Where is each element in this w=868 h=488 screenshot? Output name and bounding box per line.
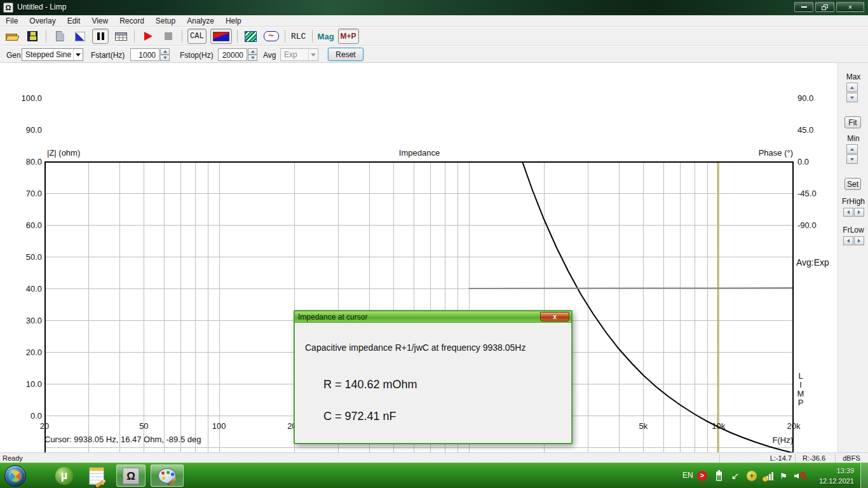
min-down-button[interactable]: [846, 154, 858, 164]
tray-app-icon[interactable]: >: [696, 470, 708, 482]
axis-tick-label: -90.0: [797, 220, 829, 230]
restore-button[interactable]: [815, 2, 834, 12]
menu-item-help[interactable]: Help: [220, 16, 247, 26]
right-axis-title: Phase (°): [743, 148, 793, 158]
menu-item-setup[interactable]: Setup: [150, 16, 181, 26]
fstart-up-button[interactable]: [160, 48, 170, 55]
notepad-taskbar-button[interactable]: [86, 466, 107, 485]
chart-area: |Z| (ohm) Impedance Phase (°) F(Hz) Curs…: [0, 63, 868, 452]
down-arrow-icon: [251, 57, 255, 59]
frhigh-arrows: [843, 208, 865, 217]
generator-type-select[interactable]: Stepped Sine: [22, 48, 83, 61]
frhigh-left-button[interactable]: [843, 208, 853, 217]
fstop-label: Fstop(Hz): [180, 51, 214, 60]
show-desktop-button[interactable]: [860, 463, 868, 488]
limp-taskbar-button[interactable]: Ω: [116, 464, 146, 487]
impedance-view-button[interactable]: [210, 29, 232, 44]
down-left-arrow-icon: ↙: [731, 470, 740, 482]
status-bar: Ready L:-14.7 R:-36.6 dBFS: [0, 452, 868, 463]
menu-item-edit[interactable]: Edit: [62, 16, 86, 26]
magnitude-phase-icon: [213, 32, 229, 41]
volume-tray-icon[interactable]: [794, 470, 806, 482]
overlap-button[interactable]: [243, 29, 259, 44]
close-button[interactable]: ×: [836, 2, 864, 12]
reset-button[interactable]: Reset: [328, 48, 363, 61]
rlc-button[interactable]: RLC: [290, 29, 307, 44]
min-up-button[interactable]: [846, 144, 858, 154]
notepad-icon: [89, 467, 104, 485]
tray-clock[interactable]: 13:39 12.12.2021: [819, 466, 854, 486]
language-indicator[interactable]: EN: [682, 471, 693, 480]
frhigh-label: FrHigh: [838, 197, 868, 206]
axis-tick-label: 0.0: [6, 411, 42, 421]
clock-date: 12.12.2021: [819, 476, 854, 486]
calibrate-button[interactable]: CAL: [187, 29, 207, 44]
axis-tick-label: 0.0: [797, 157, 829, 166]
axis-tick-label: 20.0: [6, 348, 42, 357]
fstop-down-button[interactable]: [248, 55, 257, 61]
statusbar-separator: [795, 454, 796, 463]
action-center-tray-icon[interactable]: ⚑: [778, 470, 789, 482]
avg-select[interactable]: Exp: [280, 48, 318, 61]
table-view-button[interactable]: [112, 29, 129, 44]
record-stop-button[interactable]: [160, 29, 177, 44]
minimize-icon: [801, 6, 807, 8]
toolbar-separator: [312, 30, 313, 43]
dialog-titlebar[interactable]: Impedance at cursor x: [295, 311, 571, 323]
open-file-button[interactable]: [4, 29, 20, 44]
set-button[interactable]: Set: [844, 178, 861, 190]
frlow-right-button[interactable]: [854, 236, 864, 245]
start-button[interactable]: [4, 465, 26, 487]
avg-indicator: Avg:Exp: [796, 257, 829, 268]
fstop-input[interactable]: 20000: [218, 48, 247, 61]
minimize-button[interactable]: [794, 2, 813, 12]
toolbar: CAL ~ RLC Mag M+P: [0, 27, 868, 46]
fstart-down-button[interactable]: [160, 55, 170, 61]
generator-button[interactable]: ~: [263, 29, 280, 44]
download-tray-icon[interactable]: ↙: [729, 470, 741, 482]
impedance-at-cursor-dialog: Impedance at cursor x Capacitive impedan…: [294, 310, 573, 444]
window-titlebar: Ω Untitled - Limp ×: [0, 0, 868, 15]
record-start-button[interactable]: [140, 29, 156, 44]
fstop-up-button[interactable]: [248, 48, 257, 55]
axis-tick-label: 100: [205, 421, 233, 431]
max-up-button[interactable]: [846, 83, 858, 92]
fit-button[interactable]: Fit: [844, 116, 861, 128]
pause-icon: [97, 32, 104, 40]
save-file-button[interactable]: [24, 29, 41, 44]
stop-icon: [165, 32, 172, 40]
table-grid-icon: [115, 32, 127, 41]
dialog-close-button[interactable]: x: [540, 312, 569, 322]
menu-item-overlay[interactable]: Overlay: [24, 16, 61, 26]
menu-item-record[interactable]: Record: [114, 16, 150, 26]
frlow-left-button[interactable]: [843, 236, 853, 245]
statusbar-separator: [719, 454, 720, 463]
menu-item-file[interactable]: File: [0, 16, 24, 26]
magnitude-button[interactable]: Mag: [318, 29, 334, 44]
avg-label: Avg: [263, 51, 276, 60]
fstart-input[interactable]: 1000: [130, 48, 159, 61]
overlay-button[interactable]: [72, 29, 88, 44]
paint-taskbar-button[interactable]: [151, 464, 184, 487]
limp-watermark: LIMP: [796, 372, 805, 407]
menu-item-analyze[interactable]: Analyze: [181, 16, 220, 26]
green-stripes-icon: [245, 31, 257, 42]
generator-type-value: Stepped Sine: [22, 50, 73, 59]
axis-tick-label: 30.0: [6, 316, 42, 325]
pause-button[interactable]: [92, 29, 109, 44]
network-tray-icon[interactable]: [763, 470, 774, 482]
menu-item-view[interactable]: View: [86, 16, 114, 26]
antivirus-tray-icon[interactable]: +: [746, 470, 757, 482]
utorrent-taskbar-button[interactable]: µ: [54, 466, 74, 485]
right-arrow-icon: [858, 239, 860, 243]
rlc-label: RLC: [291, 32, 306, 41]
axis-tick-label: 5k: [629, 421, 657, 431]
capacitance-value: C = 972.41 nF: [323, 410, 397, 423]
max-down-button[interactable]: [846, 93, 858, 102]
statusbar-separator: [835, 454, 836, 463]
battery-tray-icon[interactable]: [713, 470, 724, 482]
frhigh-right-button[interactable]: [854, 208, 864, 217]
magnitude-phase-button[interactable]: M+P: [338, 29, 359, 44]
green-plus-icon: +: [747, 471, 757, 481]
new-file-button[interactable]: [51, 29, 68, 44]
